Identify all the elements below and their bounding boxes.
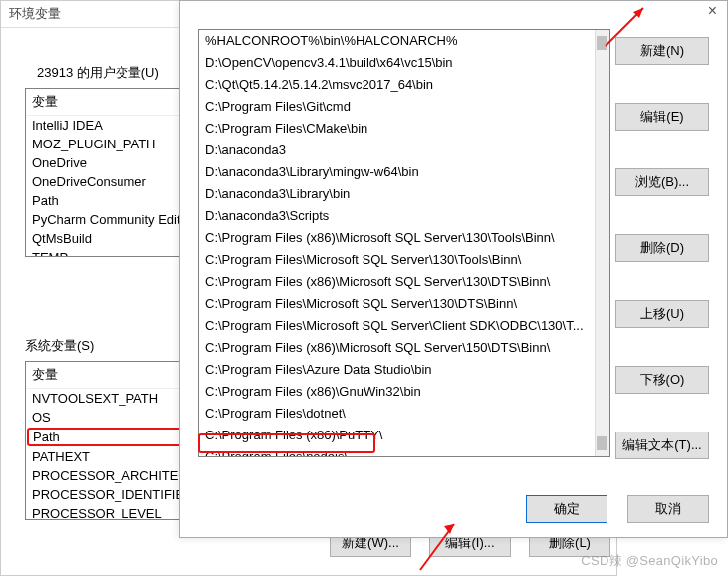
path-entry[interactable]: C:\Program Files\Microsoft SQL Server\13… <box>199 293 596 315</box>
move-down-button[interactable]: 下移(O) <box>615 366 709 394</box>
delete-button[interactable]: 删除(D) <box>615 234 709 262</box>
path-entry[interactable]: C:\Program Files (x86)\Microsoft SQL Ser… <box>199 271 596 293</box>
new-button[interactable]: 新建(N) <box>615 37 709 65</box>
path-entry[interactable]: C:\Program Files (x86)\GnuWin32\bin <box>199 381 596 403</box>
browse-button[interactable]: 浏览(B)... <box>615 168 709 196</box>
path-entry[interactable]: C:\Program Files\Azure Data Studio\bin <box>199 359 596 381</box>
path-entry[interactable]: D:\anaconda3\Library\bin <box>199 183 596 205</box>
path-entries-list[interactable]: %HALCONROOT%\bin\%HALCONARCH%D:\OpenCV\o… <box>198 29 610 457</box>
path-entry[interactable]: C:\Program Files\Microsoft SQL Server\13… <box>199 249 596 271</box>
path-entry[interactable]: D:\anaconda3 <box>199 140 596 161</box>
path-entry[interactable]: C:\Program Files (x86)\Microsoft SQL Ser… <box>199 337 596 359</box>
path-entry[interactable]: C:\Program Files\Git\cmd <box>199 96 596 118</box>
edit-path-dialog: 编辑环境变量 × %HALCONROOT%\bin\%HALCONARCH%D:… <box>179 0 728 538</box>
close-icon[interactable]: × <box>708 2 717 20</box>
path-entry[interactable]: C:\Program Files (x86)\Microsoft SQL Ser… <box>199 227 596 249</box>
path-entry[interactable]: C:\Program Files\Microsoft SQL Server\Cl… <box>199 315 596 337</box>
scrollbar[interactable] <box>595 30 609 456</box>
cancel-button[interactable]: 取消 <box>627 495 709 523</box>
ok-button[interactable]: 确定 <box>526 495 607 523</box>
path-entry[interactable]: C:\Program Files\CMake\bin <box>199 118 596 140</box>
path-entry[interactable]: %HALCONROOT%\bin\%HALCONARCH% <box>199 30 596 52</box>
path-entry[interactable]: D:\anaconda3\Scripts <box>199 205 596 227</box>
edit-text-button[interactable]: 编辑文本(T)... <box>615 432 709 459</box>
path-entry[interactable]: D:\anaconda3\Library\mingw-w64\bin <box>199 161 596 183</box>
edit-button[interactable]: 编辑(E) <box>615 103 709 131</box>
watermark: CSD辣 @SeanQikYibo <box>581 552 718 570</box>
path-entry[interactable]: C:\Program Files\nodejs\ <box>199 446 596 457</box>
path-entry[interactable]: C:\Program Files\dotnet\ <box>199 403 596 425</box>
move-up-button[interactable]: 上移(U) <box>615 300 709 328</box>
path-entry[interactable]: D:\OpenCV\opencv3.4.1\build\x64\vc15\bin <box>199 52 596 74</box>
path-entry[interactable]: C:\Program Files (x86)\PuTTY\ <box>199 425 596 446</box>
path-entry[interactable]: C:\Qt\Qt5.14.2\5.14.2\msvc2017_64\bin <box>199 74 596 96</box>
